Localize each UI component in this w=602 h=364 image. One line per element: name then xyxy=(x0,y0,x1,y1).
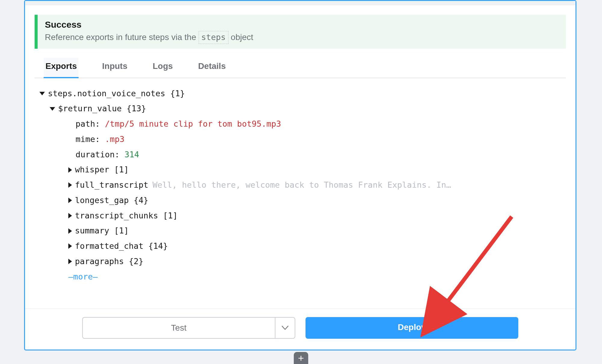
test-button-group: Test xyxy=(82,317,295,339)
test-dropdown-button[interactable] xyxy=(275,317,295,339)
footer-actions: Test Deploy xyxy=(25,309,576,350)
tree-label: $return_value {13} xyxy=(58,101,146,116)
chevron-down-icon[interactable] xyxy=(50,107,55,111)
more-label: —more— xyxy=(68,269,98,285)
chevron-right-icon[interactable] xyxy=(68,259,72,264)
tree-label: formatted_chat {14} xyxy=(75,239,168,254)
tree-label: summary [1] xyxy=(75,223,129,239)
tree-label: paragraphs {2} xyxy=(75,254,144,269)
tree-label: transcript_chunks [1] xyxy=(75,208,178,224)
success-sub-post: object xyxy=(228,32,253,42)
tree-label: whisper [1] xyxy=(75,162,129,177)
more-link[interactable]: —more— xyxy=(39,269,566,285)
plus-icon: + xyxy=(298,352,304,364)
value-preview: Well, hello there, welcome back to Thoma… xyxy=(153,177,451,193)
step-panel: Success Reference exports in future step… xyxy=(24,0,576,350)
success-subtitle: Reference exports in future steps via th… xyxy=(45,31,559,44)
tree-node-return-value[interactable]: $return_value {13} xyxy=(39,101,566,116)
chevron-down-icon xyxy=(282,326,288,330)
test-button[interactable]: Test xyxy=(82,317,275,339)
tree-label: longest_gap {4} xyxy=(75,193,148,208)
chevron-right-icon[interactable] xyxy=(68,167,72,173)
tree-node-full-transcript[interactable]: full_transcript Well, hello there, welco… xyxy=(39,177,566,193)
value-mime: .mp3 xyxy=(105,132,125,147)
deploy-button[interactable]: Deploy xyxy=(306,317,519,339)
tree-label: steps.notion_voice_notes {1} xyxy=(48,86,185,101)
value-duration: 314 xyxy=(125,147,139,162)
tab-exports[interactable]: Exports xyxy=(44,58,79,78)
chevron-right-icon[interactable] xyxy=(68,198,72,203)
tree-kv-mime[interactable]: mime: .mp3 xyxy=(39,132,566,147)
success-banner: Success Reference exports in future step… xyxy=(35,15,566,49)
chevron-right-icon[interactable] xyxy=(68,228,72,234)
steps-code-chip: steps xyxy=(199,31,228,44)
tree-node-transcript-chunks[interactable]: transcript_chunks [1] xyxy=(39,208,566,224)
chevron-right-icon[interactable] xyxy=(68,213,72,218)
panel-top-spacer xyxy=(25,1,576,5)
tree-kv-path[interactable]: path: /tmp/5 minute clip for tom bot95.m… xyxy=(39,116,566,132)
tab-details[interactable]: Details xyxy=(196,58,228,78)
add-step-button[interactable]: + xyxy=(294,352,308,364)
success-title: Success xyxy=(45,20,559,30)
chevron-right-icon[interactable] xyxy=(68,182,72,188)
chevron-right-icon[interactable] xyxy=(68,243,72,249)
key-path: path: xyxy=(76,116,100,132)
key-duration: duration: xyxy=(76,147,119,162)
key-mime: mime: xyxy=(76,132,100,147)
tree-node-whisper[interactable]: whisper [1] xyxy=(39,162,566,177)
tab-inputs[interactable]: Inputs xyxy=(100,58,129,78)
tree-kv-duration[interactable]: duration: 314 xyxy=(39,147,566,162)
tree-node-formatted-chat[interactable]: formatted_chat {14} xyxy=(39,239,566,254)
tab-logs[interactable]: Logs xyxy=(151,58,175,78)
tree-node-paragraphs[interactable]: paragraphs {2} xyxy=(39,254,566,269)
exports-tree: steps.notion_voice_notes {1} $return_val… xyxy=(39,86,566,309)
tree-label: full_transcript xyxy=(75,177,148,193)
chevron-down-icon[interactable] xyxy=(39,92,45,95)
success-sub-pre: Reference exports in future steps via th… xyxy=(45,32,199,42)
value-path: /tmp/5 minute clip for tom bot95.mp3 xyxy=(105,116,281,132)
tree-node-longest-gap[interactable]: longest_gap {4} xyxy=(39,193,566,208)
tree-node-summary[interactable]: summary [1] xyxy=(39,223,566,239)
tree-node-root[interactable]: steps.notion_voice_notes {1} xyxy=(39,86,566,101)
tab-bar: Exports Inputs Logs Details xyxy=(35,58,566,78)
